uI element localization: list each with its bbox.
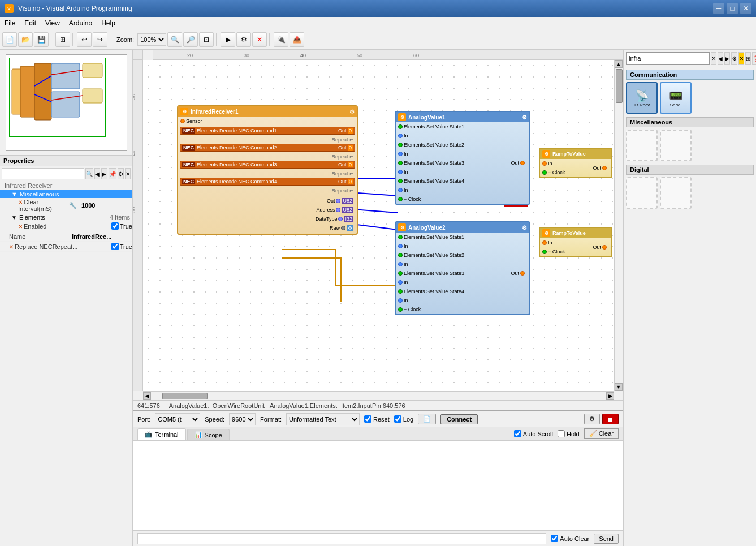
search-nav-fwd[interactable]: ▶ [724, 52, 730, 65]
tree-row-elements[interactable]: ▼ Elements 4 Items [0, 213, 132, 221]
log-checkbox[interactable] [394, 415, 401, 423]
component-search-input[interactable] [626, 52, 710, 65]
vscroll-thumb[interactable] [616, 69, 623, 103]
a2-in3-dot[interactable] [398, 280, 403, 285]
a2-elem2-dot[interactable] [398, 253, 403, 257]
close-button[interactable]: ✕ [740, 3, 751, 14]
a1-elem1-dot[interactable] [398, 124, 403, 129]
a1-elem3-dot[interactable] [398, 161, 403, 165]
a2-elem1-dot[interactable] [398, 235, 403, 239]
props-nav-fwd[interactable]: ▶ [101, 168, 107, 179]
zoom-in-button[interactable]: 🔍 [167, 32, 182, 47]
log-check[interactable]: Log [394, 415, 413, 423]
upload-button[interactable]: 📤 [290, 32, 304, 47]
ramp1-in-dot[interactable] [542, 161, 547, 166]
a1-elem4-dot[interactable] [398, 179, 403, 183]
compile-button[interactable]: ⚙ [236, 32, 251, 47]
props-pin-button[interactable]: 📌 [109, 168, 116, 179]
replace-checkbox[interactable] [111, 243, 119, 250]
ir-raw-dot[interactable] [341, 226, 345, 230]
a2-in2-dot[interactable] [398, 262, 403, 266]
horizontal-scrollbar[interactable]: ◀ ▶ [143, 391, 614, 400]
minimap[interactable] [6, 54, 127, 151]
tree-row-miscellaneous[interactable]: ▼ Miscellaneous [0, 190, 132, 198]
a2-in4-dot[interactable] [398, 298, 403, 303]
main-canvas[interactable]: ⚙ InfraredReceiver1 ⚙ Sensor [143, 60, 614, 391]
speed-select[interactable]: 9600 [229, 413, 256, 425]
reset-checkbox[interactable] [364, 415, 371, 423]
node-analog-value2[interactable]: ⚙ AnalogValue2 ⚙ Elements.Set Value Stat… [395, 221, 530, 315]
maximize-button[interactable]: □ [727, 3, 738, 14]
a1-in1-dot[interactable] [398, 134, 403, 138]
minimize-button[interactable]: ─ [713, 3, 724, 14]
save-button[interactable]: 💾 [34, 32, 49, 47]
hscroll-left-button[interactable]: ◀ [143, 392, 151, 400]
search-close[interactable]: ✕ [738, 52, 744, 65]
serial-settings-button[interactable]: ⚙ [584, 414, 600, 424]
search-button[interactable]: ✕ [711, 52, 716, 65]
ramp2-clock-dot[interactable] [542, 250, 547, 254]
grid-button[interactable]: ⊞ [55, 32, 70, 47]
enabled-checkbox[interactable] [111, 222, 119, 230]
search-settings[interactable]: ⚙ [731, 52, 737, 65]
run-button[interactable]: ▶ [221, 32, 235, 47]
search-nav-back[interactable]: ◀ [718, 52, 723, 65]
serial-stop-button[interactable]: ⏹ [602, 414, 619, 424]
ir-raw-button[interactable]: ⚙ [347, 225, 353, 231]
hscroll-thumb[interactable] [162, 393, 208, 399]
ir-datatype-dot[interactable] [338, 217, 343, 221]
ir-out-dot[interactable] [336, 199, 340, 203]
search-help[interactable]: ❓ [752, 52, 756, 65]
a1-in2-dot[interactable] [398, 152, 403, 156]
props-close-button[interactable]: ✕ [125, 168, 131, 179]
props-search-input[interactable] [2, 168, 84, 179]
a2-elem3-dot[interactable] [398, 271, 403, 276]
vertical-scrollbar[interactable]: ▲ ▼ [614, 60, 623, 391]
ramp2-in-dot[interactable] [542, 240, 547, 245]
tree-expand-misc[interactable]: ▼ [11, 191, 18, 197]
analog2-config[interactable]: ⚙ [522, 225, 527, 231]
vscroll-down-button[interactable]: ▼ [615, 383, 623, 391]
redo-button[interactable]: ↪ [93, 32, 107, 47]
hscroll-right-button[interactable]: ▶ [606, 392, 614, 400]
ramp1-out-dot[interactable] [602, 166, 607, 170]
log-file-button[interactable]: 📄 [418, 414, 436, 424]
node-ramp2[interactable]: ⚙ RampToValue In [539, 227, 612, 257]
hold-check[interactable]: Hold [558, 430, 580, 437]
vscroll-up-button[interactable]: ▲ [615, 60, 623, 68]
menu-edit[interactable]: Edit [20, 18, 41, 28]
delete-button[interactable]: ✕ [252, 32, 267, 47]
a1-elem2-dot[interactable] [398, 143, 403, 147]
menu-arduino[interactable]: Arduino [64, 18, 97, 28]
menu-help[interactable]: Help [97, 18, 120, 28]
tab-terminal[interactable]: 📺 Terminal [137, 428, 186, 440]
zoom-out-button[interactable]: 🔎 [183, 32, 198, 47]
search-add[interactable]: ⊞ [745, 52, 751, 65]
ramp2-out-dot[interactable] [602, 245, 607, 250]
terminal-output[interactable] [133, 441, 623, 530]
node-analog-value1[interactable]: ⚙ AnalogValue1 ⚙ Elements.Set Value Stat… [395, 111, 530, 205]
autoclear-checkbox[interactable] [551, 535, 558, 542]
zoom-select[interactable]: 50% 75% 100% 125% 150% [137, 33, 166, 46]
send-button[interactable]: Send [594, 534, 619, 544]
a2-in1-dot[interactable] [398, 244, 403, 248]
menu-view[interactable]: View [41, 18, 64, 28]
prop-check-replace[interactable]: True [111, 243, 132, 250]
analog1-config[interactable]: ⚙ [522, 114, 527, 121]
a2-elem4-dot[interactable] [398, 289, 403, 294]
a2-clock-dot[interactable] [398, 307, 403, 312]
ir-settings-icon[interactable]: ⚙ [180, 108, 188, 115]
format-select[interactable]: Unformatted Text [286, 413, 360, 425]
ir-address-dot[interactable] [336, 208, 340, 212]
a1-in3-dot[interactable] [398, 170, 403, 174]
reset-check[interactable]: Reset [364, 415, 390, 423]
tab-scope[interactable]: 📊 Scope [187, 429, 230, 440]
autoclear-check[interactable]: Auto Clear [551, 535, 589, 542]
tree-expand-elements[interactable]: ▼ [11, 214, 17, 221]
props-settings-button[interactable]: ⚙ [118, 168, 124, 179]
ramp1-clock-dot[interactable] [542, 170, 547, 175]
prop-check-enabled[interactable]: True [111, 222, 132, 230]
autoscroll-check[interactable]: Auto Scroll [514, 430, 553, 437]
ir-config-icon[interactable]: ⚙ [349, 109, 355, 115]
node-ir-receiver[interactable]: ⚙ InfraredReceiver1 ⚙ Sensor [177, 105, 358, 235]
